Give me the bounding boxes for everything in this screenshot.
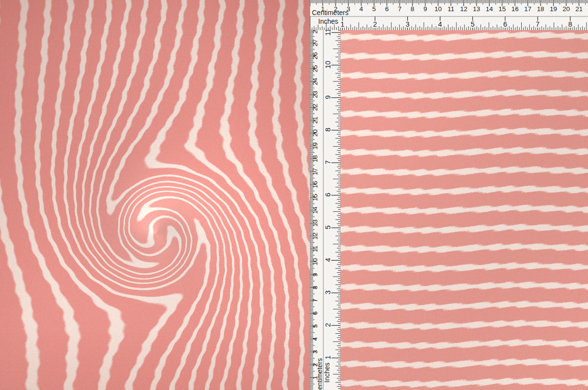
fabric-product-photo: 123456789101112131415161718192021Centime… bbox=[0, 0, 588, 390]
svg-text:5: 5 bbox=[311, 324, 319, 328]
svg-text:17: 17 bbox=[311, 168, 319, 175]
svg-text:4: 4 bbox=[359, 5, 363, 13]
svg-text:14: 14 bbox=[311, 206, 319, 214]
svg-text:9: 9 bbox=[324, 95, 332, 99]
vertical-ruler: 1234567891011121314151617181920212223242… bbox=[310, 30, 340, 390]
svg-text:21: 21 bbox=[311, 116, 319, 124]
svg-text:10: 10 bbox=[324, 61, 332, 68]
svg-text:8: 8 bbox=[568, 20, 572, 28]
svg-text:6: 6 bbox=[503, 20, 507, 28]
svg-text:10: 10 bbox=[311, 258, 319, 265]
svg-text:16: 16 bbox=[311, 181, 319, 188]
svg-text:13: 13 bbox=[473, 5, 480, 13]
svg-text:28: 28 bbox=[311, 30, 319, 34]
svg-text:19: 19 bbox=[311, 142, 319, 150]
svg-text:13: 13 bbox=[311, 219, 319, 227]
svg-text:1: 1 bbox=[340, 20, 344, 28]
svg-text:18: 18 bbox=[311, 155, 319, 162]
svg-text:1: 1 bbox=[324, 356, 332, 359]
svg-text:Centimeters: Centimeters bbox=[312, 9, 348, 16]
svg-text:7: 7 bbox=[324, 160, 332, 164]
svg-text:5: 5 bbox=[471, 20, 475, 28]
svg-text:12: 12 bbox=[311, 233, 319, 240]
svg-text:20: 20 bbox=[562, 5, 570, 13]
svg-text:7: 7 bbox=[311, 298, 319, 302]
svg-text:15: 15 bbox=[311, 194, 319, 201]
svg-text:23: 23 bbox=[311, 91, 319, 98]
fabric-swirl-canvas bbox=[0, 0, 310, 390]
svg-text:16: 16 bbox=[511, 5, 519, 13]
svg-text:7: 7 bbox=[536, 20, 540, 28]
svg-text:5: 5 bbox=[372, 5, 376, 13]
svg-text:11: 11 bbox=[324, 30, 332, 36]
svg-text:7: 7 bbox=[398, 5, 402, 13]
fabric-flat-canvas bbox=[340, 30, 588, 390]
svg-text:Inches: Inches bbox=[323, 362, 331, 382]
svg-text:4: 4 bbox=[438, 20, 442, 28]
svg-text:3: 3 bbox=[324, 290, 332, 294]
svg-text:18: 18 bbox=[537, 5, 544, 13]
svg-text:21: 21 bbox=[575, 5, 583, 13]
svg-text:24: 24 bbox=[311, 78, 319, 85]
svg-text:14: 14 bbox=[486, 5, 494, 13]
svg-text:20: 20 bbox=[311, 129, 319, 137]
svg-text:11: 11 bbox=[448, 5, 454, 13]
svg-text:27: 27 bbox=[311, 39, 319, 47]
svg-text:11: 11 bbox=[311, 246, 319, 252]
svg-text:Centimeters: Centimeters bbox=[316, 358, 324, 390]
svg-text:9: 9 bbox=[423, 5, 427, 13]
svg-text:2: 2 bbox=[373, 20, 377, 28]
svg-text:26: 26 bbox=[311, 52, 319, 60]
svg-text:4: 4 bbox=[324, 258, 332, 262]
svg-text:4: 4 bbox=[311, 337, 319, 341]
fabric-flat-photo bbox=[340, 30, 588, 390]
svg-text:22: 22 bbox=[311, 104, 319, 111]
fabric-swirl-photo bbox=[0, 0, 310, 390]
svg-text:9: 9 bbox=[311, 273, 319, 277]
svg-text:10: 10 bbox=[434, 5, 442, 13]
svg-text:19: 19 bbox=[550, 5, 557, 13]
svg-text:25: 25 bbox=[311, 65, 319, 72]
svg-text:8: 8 bbox=[324, 128, 332, 132]
svg-text:6: 6 bbox=[311, 312, 319, 315]
svg-text:17: 17 bbox=[524, 5, 531, 13]
svg-text:6: 6 bbox=[324, 193, 332, 197]
svg-text:8: 8 bbox=[411, 5, 415, 13]
svg-text:2: 2 bbox=[324, 323, 332, 327]
svg-text:15: 15 bbox=[498, 5, 506, 13]
svg-text:3: 3 bbox=[311, 350, 319, 354]
svg-text:6: 6 bbox=[385, 5, 389, 13]
svg-text:8: 8 bbox=[311, 286, 319, 290]
horizontal-ruler: 123456789101112131415161718192021Centime… bbox=[310, 0, 588, 30]
svg-text:12: 12 bbox=[460, 5, 467, 13]
svg-text:5: 5 bbox=[324, 225, 332, 229]
svg-text:3: 3 bbox=[405, 20, 409, 28]
svg-text:Inches: Inches bbox=[318, 17, 338, 25]
